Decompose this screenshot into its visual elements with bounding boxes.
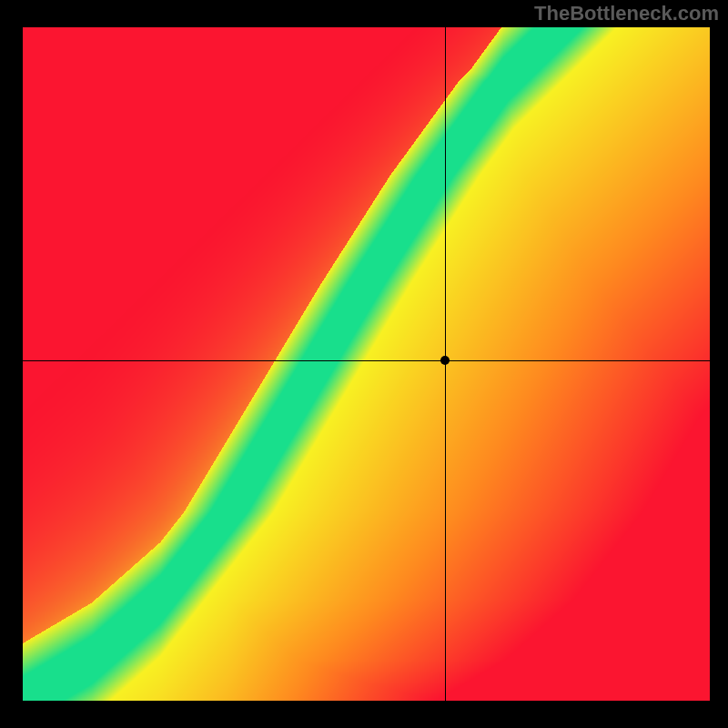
heatmap-canvas: [23, 27, 710, 701]
marker-dot: [440, 356, 450, 365]
heatmap-plot: [23, 27, 710, 701]
crosshair-horizontal: [23, 360, 710, 361]
watermark-text: TheBottleneck.com: [534, 2, 719, 25]
